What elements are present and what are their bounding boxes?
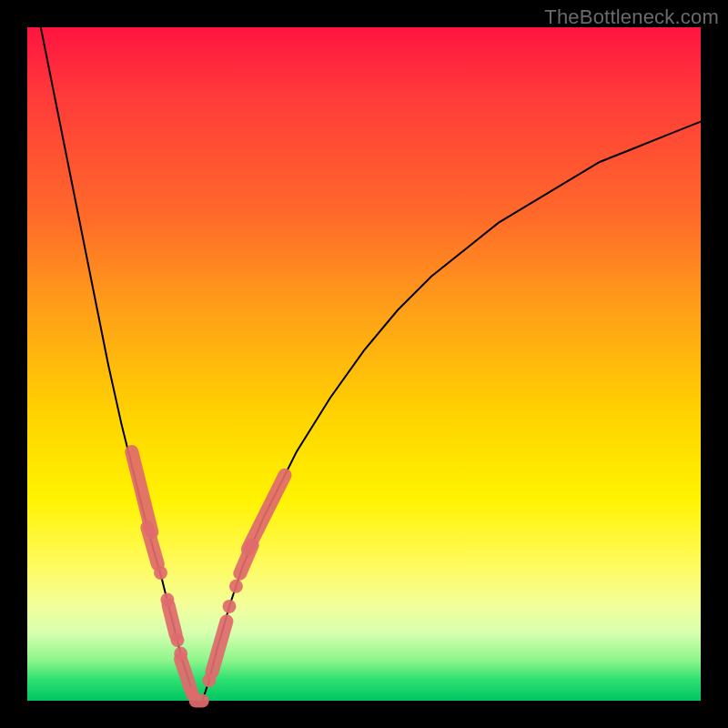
chart-marker-dot [171, 633, 185, 647]
chart-marker-pill [204, 612, 236, 681]
chart-marker-dot [223, 600, 237, 613]
chart-marker-dot [229, 580, 243, 593]
chart-marker-dot [154, 566, 167, 580]
watermark-text: TheBottleneck.com [544, 5, 719, 29]
curve-right-branch [202, 122, 701, 701]
chart-marker-pill [139, 519, 167, 572]
chart-svg [27, 27, 701, 701]
chart-marker-pill [238, 466, 294, 558]
chart-marker-pill [189, 694, 209, 708]
chart-frame [27, 27, 701, 701]
chart-markers [124, 443, 294, 707]
